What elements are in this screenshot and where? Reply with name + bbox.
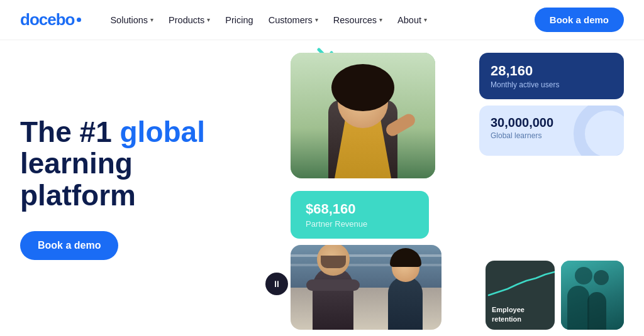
logo-dot xyxy=(77,18,81,22)
navbar: docebo Solutions ▾ Products ▾ Pricing Cu… xyxy=(0,0,644,40)
nav-customers-label: Customers xyxy=(269,15,313,25)
logo-text: docebo xyxy=(20,10,74,30)
nav-book-demo-button[interactable]: Book a demo xyxy=(535,8,624,32)
employee-retention-label: Employee retention xyxy=(492,305,548,323)
revenue-card: $68,160 Partner Revenue xyxy=(291,191,429,239)
employee-label-line2: retention xyxy=(492,315,521,323)
nav-links: Solutions ▾ Products ▾ Pricing Customers… xyxy=(104,11,534,29)
employee-retention-card: Employee retention xyxy=(486,261,555,330)
hero-title-line1: The #1 xyxy=(20,116,112,148)
small-photo-card xyxy=(561,261,624,330)
nav-resources-label: Resources xyxy=(333,15,377,25)
pause-icon: ⏸ xyxy=(272,279,281,288)
hero-book-demo-button[interactable]: Book a demo xyxy=(20,231,118,260)
chevron-down-icon: ▾ xyxy=(379,16,382,23)
nav-item-about[interactable]: About ▾ xyxy=(391,11,433,29)
circle-decoration xyxy=(574,106,624,156)
nav-item-products[interactable]: Products ▾ xyxy=(162,11,216,29)
active-users-label: Monthly active users xyxy=(491,80,613,89)
chevron-down-icon: ▾ xyxy=(207,16,210,23)
hero-title: The #1 global learning platform xyxy=(20,116,247,212)
hero-photo-bottom xyxy=(291,245,441,330)
hero-title-line2: learning platform xyxy=(20,147,136,212)
nav-pricing-label: Pricing xyxy=(225,15,253,25)
hero-left: The #1 global learning platform Book a d… xyxy=(20,40,259,336)
employee-label-line1: Employee xyxy=(492,306,525,313)
chevron-down-icon: ▾ xyxy=(424,16,427,23)
nav-item-solutions[interactable]: Solutions ▾ xyxy=(104,11,160,29)
hero-title-highlight: global xyxy=(120,116,205,148)
hero-photo-top xyxy=(291,53,435,178)
logo[interactable]: docebo xyxy=(20,10,81,30)
revenue-number: $68,160 xyxy=(306,201,414,217)
revenue-label: Partner Revenue xyxy=(306,219,414,229)
main-content: The #1 global learning platform Book a d… xyxy=(0,40,644,336)
nav-item-customers[interactable]: Customers ▾ xyxy=(262,11,325,29)
nav-item-pricing[interactable]: Pricing xyxy=(219,11,259,29)
nav-item-resources[interactable]: Resources ▾ xyxy=(327,11,389,29)
active-users-number: 28,160 xyxy=(491,63,613,79)
nav-products-label: Products xyxy=(169,15,204,25)
hero-right-collage: 28,160 Monthly active users 30,000,000 G… xyxy=(259,40,624,336)
retention-chart xyxy=(486,267,555,301)
stats-column: 28,160 Monthly active users 30,000,000 G… xyxy=(479,53,624,156)
stat-card-learners: 30,000,000 Global learners xyxy=(479,106,624,156)
small-photo-inner xyxy=(561,261,624,330)
pause-button[interactable]: ⏸ xyxy=(265,273,288,295)
nav-solutions-label: Solutions xyxy=(110,15,148,25)
stat-card-active-users: 28,160 Monthly active users xyxy=(479,53,624,99)
chevron-down-icon: ▾ xyxy=(150,16,153,23)
chevron-down-icon: ▾ xyxy=(315,16,318,23)
nav-about-label: About xyxy=(397,15,421,25)
